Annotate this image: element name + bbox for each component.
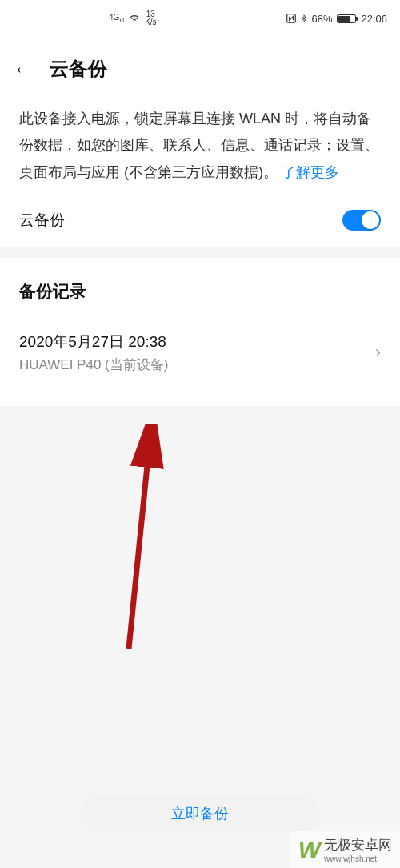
backup-records-section: 备份记录 2020年5月27日 20:38 HUAWEI P40 (当前设备) … (0, 258, 400, 406)
status-bar: 4Gıll 13 K/s 68% 22:06 (0, 0, 400, 37)
chevron-right-icon: › (375, 342, 381, 363)
signal-4g-label: 4Gıll (109, 13, 124, 24)
cloud-backup-toggle-row: 云备份 (0, 202, 400, 234)
network-speed: 13 K/s (145, 10, 156, 26)
clock: 22:06 (361, 13, 387, 25)
status-left-cluster: 4Gıll 13 K/s (109, 10, 157, 26)
watermark-brand: 无极安卓网 (324, 836, 392, 854)
watermark-logo: W (298, 836, 319, 863)
watermark-url: www.wjhsh.net (324, 854, 392, 863)
header-row: ← 云备份 (0, 37, 400, 98)
wifi-icon (129, 13, 140, 24)
learn-more-link[interactable]: 了解更多 (282, 164, 339, 180)
bluetooth-icon (300, 13, 308, 24)
battery-icon (337, 14, 356, 23)
toggle-thumb (362, 211, 379, 229)
backup-record-item[interactable]: 2020年5月27日 20:38 HUAWEI P40 (当前设备) › (19, 332, 381, 374)
backup-now-button[interactable]: 立即备份 (80, 793, 320, 834)
top-section: ← 云备份 此设备接入电源，锁定屏幕且连接 WLAN 时，将自动备份数据，如您的… (0, 37, 400, 247)
watermark-textblock: 无极安卓网 www.wjhsh.net (324, 836, 392, 863)
battery-percent: 68% (311, 13, 332, 25)
backup-record-device: HUAWEI P40 (当前设备) (19, 356, 168, 374)
status-right-cluster: 68% 22:06 (286, 13, 387, 25)
page-title: 云备份 (50, 56, 107, 82)
annotation-arrow (110, 424, 174, 657)
back-button[interactable]: ← (13, 58, 34, 79)
backup-record-left: 2020年5月27日 20:38 HUAWEI P40 (当前设备) (19, 332, 168, 374)
cloud-backup-toggle[interactable] (342, 210, 381, 231)
watermark: W 无极安卓网 www.wjhsh.net (290, 831, 400, 868)
backup-records-title: 备份记录 (19, 280, 381, 303)
backup-record-date: 2020年5月27日 20:38 (19, 332, 168, 352)
nfc-icon (286, 13, 297, 24)
svg-line-2 (129, 434, 150, 649)
description-block: 此设备接入电源，锁定屏幕且连接 WLAN 时，将自动备份数据，如您的图库、联系人… (0, 98, 400, 202)
cloud-backup-toggle-label: 云备份 (19, 210, 65, 231)
